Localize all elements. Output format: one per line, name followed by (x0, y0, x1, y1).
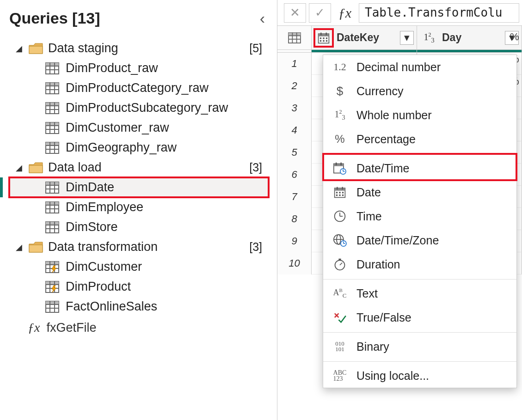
column-header-day[interactable]: 123 Day ▾ (417, 26, 522, 49)
expand-caret-icon: ◢ (16, 242, 24, 252)
binary-icon: 010101 (332, 339, 348, 354)
function-item[interactable]: ƒx fxGetFile (9, 317, 269, 339)
column-name: Day (442, 31, 461, 44)
folder-icon (29, 43, 43, 55)
query-label: DimEmployee (66, 200, 143, 214)
type-menu-item-currency[interactable]: $ Currency (323, 79, 516, 103)
type-menu-item-percent[interactable]: % Percentage (323, 127, 516, 151)
row-number[interactable]: 4 (277, 119, 312, 141)
folder-row[interactable]: ◢ Data staging [5] (9, 38, 269, 58)
calendar-icon (317, 32, 330, 44)
column-header-datekey[interactable]: DateKey ▾ (312, 26, 417, 49)
table-icon (45, 142, 59, 154)
decimal-icon: 1.2 (332, 60, 348, 74)
type-menu-item-duration[interactable]: Duration (323, 252, 516, 276)
query-label: DimCustomer_raw (66, 121, 169, 135)
type-menu-label: Text (356, 287, 378, 300)
query-item[interactable]: DimEmployee (9, 197, 269, 217)
folder-count: [3] (249, 161, 267, 174)
expand-caret-icon: ◢ (16, 163, 24, 173)
type-menu-item-decimal[interactable]: 1.2 Decimal number (323, 55, 516, 79)
duration-icon (332, 257, 348, 272)
text-icon: ABC (332, 286, 348, 301)
percent-icon: % (332, 132, 348, 146)
query-label: DimCustomer (66, 260, 142, 274)
folder-label: Data transformation (48, 240, 158, 254)
query-item[interactable]: DimCustomer_raw (9, 118, 269, 138)
type-menu-label: Decimal number (356, 61, 441, 74)
row-number[interactable]: 2 (277, 75, 312, 97)
folder-icon (29, 162, 43, 174)
type-menu-item-whole[interactable]: 123 Whole number (323, 103, 516, 127)
table-icon (45, 182, 59, 194)
type-menu-item-text[interactable]: ABC Text (323, 279, 516, 305)
fx-icon[interactable]: ƒx (334, 3, 356, 23)
type-icon-datekey[interactable] (314, 29, 333, 47)
select-all-button[interactable] (277, 26, 312, 49)
query-label: DimDate (66, 180, 114, 195)
table-lightning-icon (45, 281, 59, 293)
row-number[interactable]: 10 (277, 252, 312, 274)
formula-input[interactable]: Table.TransformColu (359, 3, 519, 23)
query-item[interactable]: FactOnlineSales (9, 297, 269, 317)
query-label: DimProduct (66, 280, 131, 294)
whole-icon: 123 (332, 108, 348, 122)
query-label: DimProductCategory_raw (66, 81, 209, 95)
query-item[interactable]: DimProductCategory_raw (9, 78, 269, 98)
type-menu-item-date[interactable]: Date (323, 180, 516, 204)
type-menu-label: Percentage (356, 133, 416, 146)
query-item[interactable]: DimDate (9, 177, 269, 197)
type-menu-item-binary[interactable]: 010101 Binary (323, 332, 516, 359)
column-name: DateKey (337, 31, 379, 44)
row-number[interactable]: 6 (277, 164, 312, 186)
date-icon (332, 185, 348, 200)
type-menu-label: Time (356, 210, 382, 223)
query-item[interactable]: DimProduct (9, 277, 269, 297)
query-label: DimGeography_raw (66, 140, 177, 155)
type-menu-item-bool[interactable]: True/False (323, 305, 516, 329)
type-menu-item-locale[interactable]: ABC123 Using locale... (323, 361, 516, 388)
query-label: FactOnlineSales (66, 299, 157, 314)
folder-label: Data staging (48, 41, 118, 55)
cancel-formula-button[interactable]: ✕ (284, 3, 306, 23)
folder-icon (29, 241, 43, 253)
type-menu-label: Using locale... (356, 369, 429, 383)
table-icon (45, 122, 59, 134)
row-number[interactable]: 5 (277, 141, 312, 164)
query-item[interactable]: DimStore (9, 217, 269, 237)
type-menu-item-datetime[interactable]: Date/Time (323, 154, 516, 180)
table-icon (45, 82, 59, 94)
query-item[interactable]: DimGeography_raw (9, 138, 269, 158)
type-menu-label: Duration (356, 258, 400, 271)
folder-count: [5] (249, 42, 267, 55)
row-number[interactable]: 7 (277, 186, 312, 208)
dtz-icon (332, 233, 348, 248)
type-icon-day[interactable]: 123 (420, 29, 438, 47)
folder-row[interactable]: ◢ Data load [3] (9, 158, 269, 177)
query-label: DimProductSubcategory_raw (66, 101, 228, 115)
datetime-icon (332, 161, 348, 176)
query-item[interactable]: DimProduct_raw (9, 58, 269, 78)
row-number[interactable]: 9 (277, 230, 312, 252)
query-item[interactable]: DimCustomer (9, 257, 269, 277)
filter-dropdown-button[interactable]: ▾ (400, 31, 414, 45)
locale-icon: ABC123 (332, 368, 348, 383)
type-menu-item-time[interactable]: Time (323, 204, 516, 228)
type-menu-label: Date/Time (356, 162, 409, 175)
query-item[interactable]: DimProductSubcategory_raw (9, 98, 269, 118)
folder-row[interactable]: ◢ Data transformation [3] (9, 237, 269, 257)
table-icon (45, 221, 59, 233)
commit-formula-button[interactable]: ✓ (309, 3, 331, 23)
row-number[interactable]: 1 (277, 53, 312, 75)
fx-icon: ƒx (28, 320, 40, 335)
whole-number-icon: 123 (424, 31, 435, 44)
expand-caret-icon: ◢ (16, 43, 24, 54)
type-menu-item-dtz[interactable]: Date/Time/Zone (323, 228, 516, 252)
table-icon (288, 32, 301, 43)
queries-title: Queries [13] (9, 9, 100, 27)
collapse-chevron-icon[interactable]: ‹ (256, 9, 269, 27)
row-number[interactable]: 3 (277, 97, 312, 119)
time-icon (332, 209, 348, 224)
bool-icon (332, 310, 348, 325)
row-number[interactable]: 8 (277, 208, 312, 230)
